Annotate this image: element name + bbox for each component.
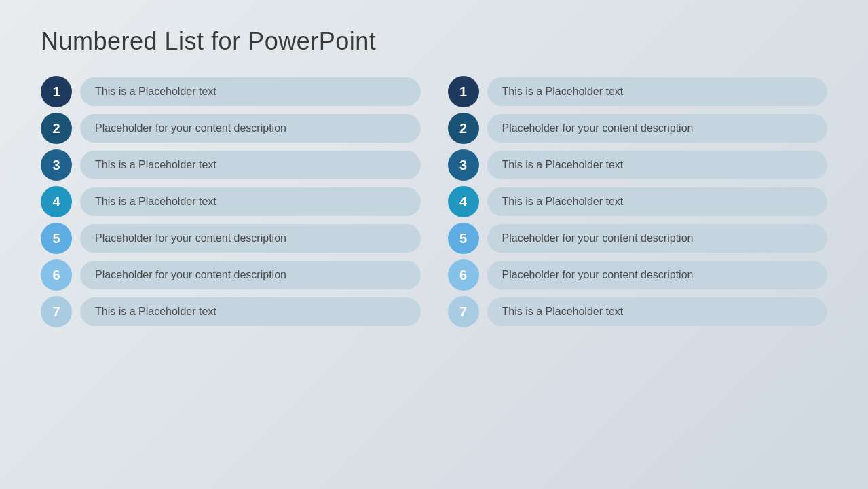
number-circle: 2	[41, 113, 72, 144]
number-circle: 6	[448, 259, 479, 291]
text-pill: Placeholder for your content description	[487, 114, 828, 143]
text-pill: Placeholder for your content description	[487, 261, 828, 289]
list-item: 4This is a Placeholder text	[448, 186, 828, 217]
text-pill: Placeholder for your content description	[80, 261, 421, 289]
list-item: 6Placeholder for your content descriptio…	[41, 259, 421, 291]
number-circle: 2	[448, 113, 479, 144]
list-item: 7This is a Placeholder text	[448, 296, 828, 327]
list-item: 7This is a Placeholder text	[41, 296, 421, 327]
text-pill: This is a Placeholder text	[80, 297, 421, 326]
text-pill: This is a Placeholder text	[487, 297, 828, 326]
text-pill: This is a Placeholder text	[80, 151, 421, 179]
list-item: 2Placeholder for your content descriptio…	[448, 113, 828, 144]
list-item: 6Placeholder for your content descriptio…	[448, 259, 828, 291]
number-circle: 5	[448, 223, 479, 254]
slide: Numbered List for PowerPoint 1This is a …	[0, 0, 868, 489]
list-item: 3This is a Placeholder text	[41, 149, 421, 181]
text-pill: This is a Placeholder text	[80, 77, 421, 106]
text-pill: This is a Placeholder text	[487, 77, 828, 106]
number-circle: 3	[448, 149, 479, 181]
page-title: Numbered List for PowerPoint	[41, 27, 827, 56]
list-item: 4This is a Placeholder text	[41, 186, 421, 217]
right-column: 1This is a Placeholder text2Placeholder …	[448, 76, 828, 469]
text-pill: This is a Placeholder text	[487, 151, 828, 179]
text-pill: Placeholder for your content description	[80, 224, 421, 253]
number-circle: 4	[448, 186, 479, 217]
list-item: 3This is a Placeholder text	[448, 149, 828, 181]
list-item: 1This is a Placeholder text	[41, 76, 421, 107]
number-circle: 1	[448, 76, 479, 107]
number-circle: 3	[41, 149, 72, 181]
list-item: 2Placeholder for your content descriptio…	[41, 113, 421, 144]
left-column: 1This is a Placeholder text2Placeholder …	[41, 76, 421, 469]
content-area: 1This is a Placeholder text2Placeholder …	[41, 76, 827, 469]
text-pill: Placeholder for your content description	[487, 224, 828, 253]
list-item: 1This is a Placeholder text	[448, 76, 828, 107]
number-circle: 5	[41, 223, 72, 254]
number-circle: 6	[41, 259, 72, 291]
text-pill: This is a Placeholder text	[80, 187, 421, 216]
number-circle: 4	[41, 186, 72, 217]
text-pill: This is a Placeholder text	[487, 187, 828, 216]
text-pill: Placeholder for your content description	[80, 114, 421, 143]
number-circle: 7	[448, 296, 479, 327]
list-item: 5Placeholder for your content descriptio…	[448, 223, 828, 254]
number-circle: 1	[41, 76, 72, 107]
number-circle: 7	[41, 296, 72, 327]
list-item: 5Placeholder for your content descriptio…	[41, 223, 421, 254]
